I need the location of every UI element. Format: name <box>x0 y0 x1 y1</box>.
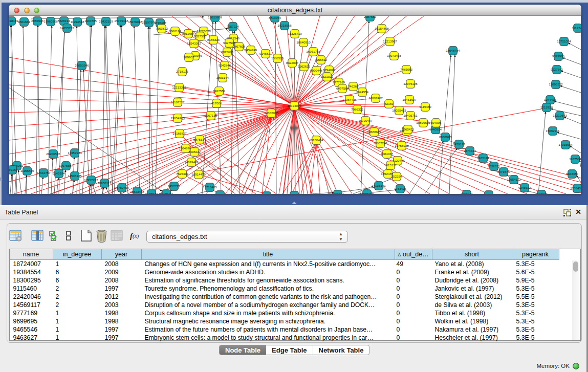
svg-text:9301661: 9301661 <box>18 20 31 24</box>
svg-text:8813054: 8813054 <box>269 16 281 19</box>
svg-text:9923450: 9923450 <box>566 172 579 176</box>
svg-text:9777169: 9777169 <box>333 80 345 84</box>
svg-text:5628194: 5628194 <box>58 19 71 23</box>
svg-text:3498222: 3498222 <box>188 150 201 154</box>
svg-text:15276018: 15276018 <box>128 20 142 24</box>
svg-text:21760313: 21760313 <box>482 193 496 194</box>
svg-text:10973493: 10973493 <box>387 54 401 57</box>
svg-text:1937865: 1937865 <box>84 19 97 23</box>
svg-text:252254: 252254 <box>391 174 402 178</box>
svg-text:9474444: 9474444 <box>464 149 476 152</box>
svg-text:8471676: 8471676 <box>497 170 510 173</box>
svg-text:16154808: 16154808 <box>375 27 389 30</box>
svg-text:18640910: 18640910 <box>296 40 311 44</box>
svg-text:939154: 939154 <box>9 168 18 171</box>
svg-text:1362615: 1362615 <box>298 64 311 68</box>
svg-text:16914479: 16914479 <box>191 172 206 176</box>
svg-text:13325419: 13325419 <box>288 32 302 35</box>
svg-text:1588520: 1588520 <box>271 56 284 60</box>
svg-text:19960308: 19960308 <box>43 19 58 23</box>
svg-text:10654112: 10654112 <box>507 178 521 181</box>
svg-text:10025433: 10025433 <box>392 108 406 112</box>
svg-text:7485063: 7485063 <box>400 68 413 71</box>
svg-text:3624554: 3624554 <box>356 90 369 94</box>
svg-text:989901: 989901 <box>184 55 194 59</box>
svg-text:2718176: 2718176 <box>176 70 189 73</box>
svg-text:7632621: 7632621 <box>488 164 500 168</box>
svg-text:14099489: 14099489 <box>184 160 199 164</box>
svg-text:16107552: 16107552 <box>170 100 185 104</box>
svg-text:8186323: 8186323 <box>207 38 220 41</box>
svg-text:17359934: 17359934 <box>68 151 82 155</box>
svg-text:17957223: 17957223 <box>84 178 98 182</box>
svg-text:62160: 62160 <box>384 102 394 105</box>
svg-text:3267130: 3267130 <box>205 114 217 117</box>
svg-text:(x): (x) <box>133 233 139 239</box>
svg-text:9327508: 9327508 <box>223 41 236 45</box>
svg-text:12975125: 12975125 <box>403 82 418 85</box>
svg-text:6479197: 6479197 <box>453 142 466 146</box>
svg-text:12323448: 12323448 <box>130 190 144 193</box>
svg-text:26206535: 26206535 <box>46 152 60 156</box>
svg-text:13423667: 13423667 <box>213 193 227 194</box>
svg-text:1244415: 1244415 <box>544 98 557 101</box>
svg-text:18724007: 18724007 <box>287 104 301 107</box>
svg-text:16961758: 16961758 <box>306 50 320 53</box>
svg-text:15751074: 15751074 <box>557 39 571 43</box>
svg-text:18495751: 18495751 <box>403 114 418 117</box>
svg-text:16782759: 16782759 <box>115 186 129 189</box>
svg-text:15720407: 15720407 <box>358 119 373 122</box>
svg-text:21364436: 21364436 <box>342 98 357 101</box>
svg-text:1145194: 1145194 <box>53 171 65 175</box>
svg-text:26563212: 26563212 <box>287 193 301 194</box>
svg-text:15692911: 15692911 <box>546 129 560 133</box>
svg-text:10463627: 10463627 <box>402 98 417 101</box>
svg-text:1733426: 1733426 <box>394 187 407 190</box>
svg-text:2803144: 2803144 <box>216 76 229 79</box>
svg-text:23302035: 23302035 <box>264 111 278 115</box>
svg-text:12093322: 12093322 <box>549 82 563 86</box>
svg-text:7957224: 7957224 <box>227 25 239 28</box>
svg-text:14136141: 14136141 <box>372 184 386 187</box>
svg-text:12213389: 12213389 <box>172 85 186 89</box>
svg-text:16033809: 16033809 <box>208 16 222 19</box>
svg-text:26053346: 26053346 <box>75 63 89 67</box>
svg-text:10958117: 10958117 <box>97 181 112 185</box>
svg-text:17016504: 17016504 <box>558 143 573 146</box>
svg-text:2860913: 2860913 <box>31 19 44 23</box>
svg-text:9135570: 9135570 <box>145 192 158 194</box>
svg-text:8322037: 8322037 <box>286 61 299 64</box>
svg-text:1621022: 1621022 <box>321 75 334 78</box>
svg-text:9907866: 9907866 <box>461 192 473 194</box>
svg-text:9115460: 9115460 <box>419 105 431 108</box>
svg-text:6497568: 6497568 <box>336 86 349 90</box>
svg-text:8454749: 8454749 <box>245 48 257 52</box>
svg-text:19166827: 19166827 <box>172 132 187 135</box>
svg-text:1615132: 1615132 <box>384 163 397 167</box>
svg-text:11993518: 11993518 <box>70 20 84 24</box>
svg-text:19756928: 19756928 <box>395 144 409 147</box>
svg-text:8427552: 8427552 <box>213 89 226 93</box>
svg-text:8912954: 8912954 <box>182 32 195 35</box>
svg-text:3239565: 3239565 <box>535 192 548 194</box>
svg-text:12342757: 12342757 <box>36 171 51 174</box>
svg-text:8878334: 8878334 <box>193 138 206 141</box>
svg-text:746266: 746266 <box>348 84 359 88</box>
svg-text:12034554: 12034554 <box>570 186 581 190</box>
svg-text:18807249: 18807249 <box>373 141 387 145</box>
svg-text:9457721: 9457721 <box>168 184 181 188</box>
svg-text:25075291: 25075291 <box>159 192 173 194</box>
svg-text:9327500: 9327500 <box>194 34 207 38</box>
svg-text:9084067: 9084067 <box>381 152 394 156</box>
svg-text:6794028: 6794028 <box>323 68 336 72</box>
svg-text:11156829: 11156829 <box>20 169 34 172</box>
svg-text:10807487: 10807487 <box>368 96 383 100</box>
svg-text:12505135: 12505135 <box>68 174 82 178</box>
svg-text:19218506: 19218506 <box>277 24 292 27</box>
svg-text:10688609: 10688609 <box>367 130 381 134</box>
svg-text:12685995: 12685995 <box>360 192 374 194</box>
svg-text:7625402: 7625402 <box>176 172 189 176</box>
svg-text:8990448: 8990448 <box>310 69 323 72</box>
svg-text:1965423: 1965423 <box>402 127 415 131</box>
svg-text:3215958: 3215958 <box>540 105 553 109</box>
